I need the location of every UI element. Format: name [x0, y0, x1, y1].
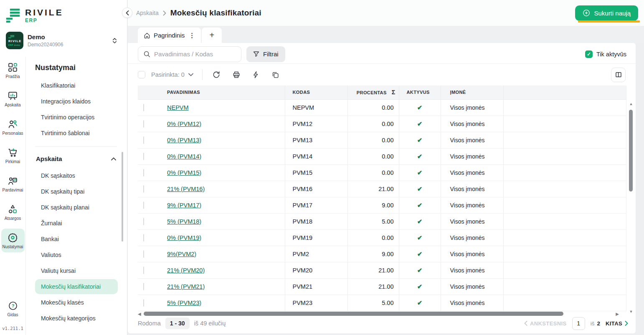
- workspace-updown-icon[interactable]: [112, 38, 121, 44]
- create-new-button[interactable]: Sukurti naują: [575, 5, 638, 21]
- sidebar-item[interactable]: Valiutos: [35, 247, 118, 262]
- print-button[interactable]: [231, 70, 241, 80]
- workspace-switcher[interactable]: RIVILE ERP demo Demo Demo20240906: [5, 32, 121, 49]
- tab-pagrindinis[interactable]: Pagrindinis ⋮: [138, 28, 201, 43]
- menu-title: Nustatymai: [35, 63, 127, 72]
- row-checkbox-cell: [138, 132, 167, 148]
- row-name-link[interactable]: 0% (PVM14): [167, 153, 201, 160]
- rail-item-apskaita[interactable]: Apskaita: [1, 87, 25, 111]
- app-logo[interactable]: RIVILE ERP: [5, 7, 121, 24]
- sidebar-item[interactable]: Klasifikatoriai: [35, 78, 118, 93]
- previous-page-button[interactable]: ANKSTESNIS: [524, 320, 567, 327]
- row-checkbox[interactable]: [143, 104, 144, 111]
- rail-item-nustatymai[interactable]: Nustatymai: [1, 229, 25, 252]
- column-header-name[interactable]: PAVADINIMAS: [167, 86, 285, 99]
- filters-button[interactable]: Filtrai: [246, 46, 285, 62]
- sum-icon[interactable]: Σ: [392, 89, 396, 96]
- row-name-link[interactable]: 0% (PVM19): [167, 234, 201, 241]
- sidebar-item[interactable]: Integracijos klaidos: [35, 94, 118, 109]
- sidebar-item[interactable]: Mokesčių kategorijos: [35, 311, 118, 326]
- row-checkbox-cell: [138, 295, 167, 311]
- checkbox-checked-icon[interactable]: ✓: [585, 50, 593, 58]
- search-input[interactable]: [154, 50, 237, 58]
- action-toolbar: Pasirinkta: 0: [128, 64, 636, 86]
- row-name-link[interactable]: 0% (PVM12): [167, 121, 201, 127]
- column-header-empty: [503, 86, 626, 99]
- row-checkbox[interactable]: [143, 234, 144, 242]
- column-header-percent[interactable]: PROCENTASΣ: [347, 86, 399, 99]
- column-settings-button[interactable]: [611, 68, 626, 82]
- sidebar-item[interactable]: Tvirtinimo šablonai: [35, 126, 118, 141]
- sidebar-item[interactable]: Mokesčių klasės: [35, 295, 118, 310]
- vertical-scrollbar[interactable]: ▲ ▼: [628, 101, 634, 314]
- sidebar-item[interactable]: Bankai: [35, 232, 118, 247]
- quick-actions-button[interactable]: [251, 70, 261, 80]
- select-all-checkbox[interactable]: [138, 71, 145, 78]
- page-of-label: iš: [591, 320, 595, 327]
- vertical-scrollbar-thumb[interactable]: [629, 110, 633, 191]
- home-icon: [144, 32, 150, 39]
- sidebar-item[interactable]: Žurnalai: [35, 216, 118, 231]
- column-header-company[interactable]: ĮMONĖ: [441, 86, 503, 99]
- active-only-toggle[interactable]: ✓ Tik aktyvūs: [585, 50, 626, 58]
- row-name-link[interactable]: 21% (PVM20): [167, 267, 205, 274]
- rail-item-personalas[interactable]: Personalas: [1, 115, 25, 139]
- column-header-active[interactable]: AKTYVUS: [399, 86, 441, 99]
- page-header: Apskaita Mokesčių klasifikatoriai Sukurt…: [128, 0, 644, 26]
- check-icon: ✔: [417, 283, 423, 290]
- copy-button[interactable]: [271, 70, 280, 80]
- refresh-button[interactable]: [211, 70, 221, 80]
- row-name-link[interactable]: 0% (PVM15): [167, 169, 201, 176]
- rail-item-gidas[interactable]: ? Gidas: [1, 298, 25, 319]
- row-name-link[interactable]: 21% (PVM16): [167, 186, 205, 192]
- row-name-link[interactable]: 5% (PVM23): [167, 300, 201, 306]
- breadcrumb-parent[interactable]: Apskaita: [136, 10, 159, 16]
- current-page-input[interactable]: 1: [572, 317, 585, 330]
- row-checkbox[interactable]: [143, 250, 144, 258]
- tab-menu-icon[interactable]: ⋮: [188, 32, 196, 39]
- row-checkbox[interactable]: [143, 218, 144, 225]
- row-checkbox-cell: [138, 181, 167, 197]
- row-checkbox[interactable]: [143, 136, 144, 144]
- chart-board-icon: [8, 91, 18, 101]
- row-name-link[interactable]: 0% (PVM13): [167, 137, 201, 144]
- row-checkbox[interactable]: [143, 267, 144, 274]
- sidebar-item[interactable]: Tvirtinimo operacijos: [35, 110, 118, 125]
- row-code: PVM15: [285, 164, 347, 181]
- row-company: Visos įmonės: [441, 262, 503, 278]
- rail-item-atsargos[interactable]: Atsargos: [1, 200, 25, 224]
- scroll-down-arrow[interactable]: ▼: [628, 309, 634, 314]
- sidebar-item[interactable]: DK sąskaitų tipai: [35, 184, 118, 199]
- row-name-link[interactable]: 21% (PVM21): [167, 283, 205, 290]
- row-checkbox[interactable]: [143, 185, 144, 193]
- copy-icon: [271, 71, 279, 79]
- row-checkbox[interactable]: [143, 283, 144, 290]
- sidebar-item[interactable]: DK sąskaitos: [35, 168, 118, 183]
- sidebar-item[interactable]: DK sąskaitų planai: [35, 200, 118, 215]
- sidebar-scrollbar-thumb[interactable]: [122, 152, 123, 242]
- add-tab-button[interactable]: +: [202, 28, 222, 43]
- row-empty-cell: [503, 246, 626, 262]
- menu-section-apskaita[interactable]: Apskaita: [35, 150, 127, 168]
- rail-item-pirkimai[interactable]: Pirkimai: [1, 144, 25, 167]
- rail-item-pradzia[interactable]: Pradžia: [1, 58, 25, 82]
- row-name-link[interactable]: NEPVM: [167, 104, 189, 111]
- chevron-down-icon[interactable]: [188, 73, 193, 76]
- sidebar-collapse-button[interactable]: [122, 8, 132, 18]
- column-header-code[interactable]: KODAS: [285, 86, 347, 99]
- row-checkbox[interactable]: [143, 299, 144, 307]
- next-page-button[interactable]: KITAS: [606, 320, 628, 327]
- row-checkbox[interactable]: [143, 202, 144, 209]
- rail-item-pardavimai[interactable]: Pardavimai: [1, 172, 25, 196]
- row-name-link[interactable]: 9%(PVM2): [167, 251, 196, 257]
- row-name-link[interactable]: 9% (PVM17): [167, 202, 201, 209]
- row-empty-cell: [503, 181, 626, 197]
- row-checkbox[interactable]: [143, 120, 144, 128]
- sidebar-item[interactable]: Valiutų kursai: [35, 263, 118, 278]
- row-checkbox[interactable]: [143, 169, 144, 176]
- scroll-up-arrow[interactable]: ▲: [628, 101, 634, 106]
- row-checkbox[interactable]: [143, 153, 144, 160]
- total-pages: 2: [597, 320, 600, 327]
- row-name-link[interactable]: 5% (PVM18): [167, 218, 201, 225]
- sidebar-item[interactable]: Mokesčių klasifikatoriai: [35, 279, 118, 294]
